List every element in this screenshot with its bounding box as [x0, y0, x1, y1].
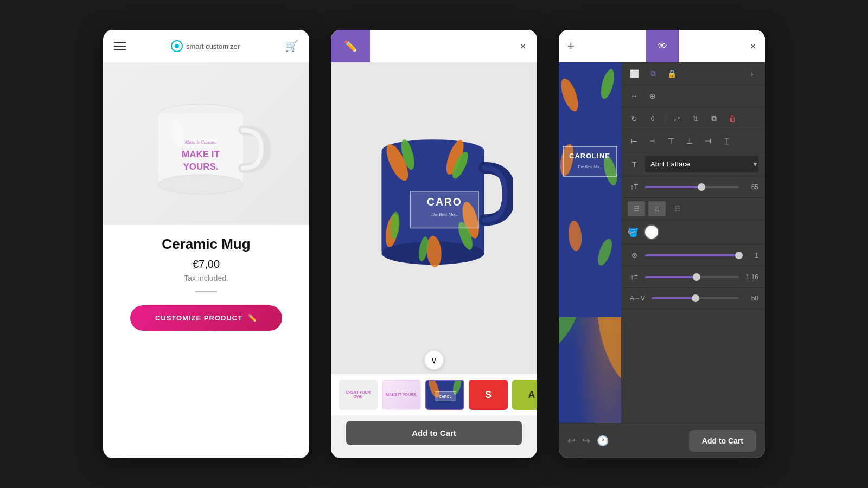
chevron-down-icon: ∨ [431, 355, 437, 365]
thumbnail-3[interactable]: CAROL [425, 380, 464, 410]
thumbnail-4[interactable]: S [469, 380, 508, 410]
scroll-down-button[interactable]: ∨ [424, 350, 444, 370]
svg-point-2 [158, 175, 243, 194]
align-top-edge[interactable]: ⊤ [665, 134, 678, 147]
flip-h-tool[interactable]: ⇄ [671, 112, 684, 125]
font-size-track[interactable] [645, 186, 739, 188]
canvas-area[interactable]: CARO The Best Mo... [331, 62, 537, 346]
line-height-thumb[interactable] [693, 273, 700, 281]
customize-btn-label: CUSTOMIZE PRODUCT [155, 314, 242, 322]
align-center-button[interactable]: ≡ [648, 201, 666, 216]
alignment-tools-row: ⊢ ⊣ ⊤ ⊥ ⊣ ⌶ [621, 130, 765, 152]
font-size-row: ↕T 65 [621, 176, 765, 198]
align-center-h[interactable]: ⊣ [646, 134, 659, 147]
customize-btn-icon: ✏️ [248, 314, 257, 322]
cart-button[interactable]: 🛒 [285, 40, 298, 53]
customizer-card: ✏️ × [331, 30, 537, 458]
opacity-track[interactable] [645, 254, 739, 256]
logo-icon [171, 40, 183, 52]
opacity-row: ⊗ 1 [621, 245, 765, 266]
letter-spacing-value: 50 [743, 294, 758, 302]
svg-text:CAROLINE: CAROLINE [569, 152, 610, 160]
product-info: Ceramic Mug €7,00 Tax included. CUSTOMIZ… [119, 225, 293, 458]
thumbnail-1[interactable]: CREAT YOUR OWN [339, 380, 378, 410]
letter-spacing-fill [652, 297, 695, 299]
menu-button[interactable] [114, 42, 126, 50]
align-bottom-edge[interactable]: ⌶ [720, 134, 733, 147]
align-left-edge[interactable]: ⊢ [628, 134, 641, 147]
thumbnail-2[interactable]: MAKE IT YOURS. [382, 380, 421, 410]
logo-text: smart customizer [186, 42, 240, 50]
letter-spacing-icon: A↔V [628, 292, 647, 304]
customize-product-button[interactable]: CUSTOMIZE PRODUCT ✏️ [130, 305, 282, 331]
line-height-value: 1.16 [743, 273, 758, 281]
fill-bucket-icon: 🪣 [628, 227, 639, 237]
add-layer-button[interactable]: + [567, 39, 575, 53]
font-size-icon: ↕T [628, 181, 641, 193]
font-size-thumb[interactable] [698, 183, 705, 191]
align-center-v[interactable]: ⊥ [683, 134, 696, 147]
line-height-icon: ↕≡ [628, 271, 641, 283]
product-name: Ceramic Mug [162, 236, 250, 253]
rotate-tool[interactable]: ↻ [628, 112, 641, 125]
line-height-track[interactable] [645, 276, 739, 278]
text-type-icon: T [628, 158, 641, 171]
add-to-cart-button-2[interactable]: Add to Cart [346, 421, 522, 445]
edit-tab[interactable]: ✏️ [331, 30, 370, 62]
opacity-value: 1 [743, 252, 758, 259]
thumb-label-5: A [528, 389, 535, 401]
add-to-cart-button-3[interactable]: Add to Cart [689, 430, 756, 452]
edit-icon: ✏️ [344, 40, 358, 53]
align-left-button[interactable]: ☰ [628, 201, 645, 216]
close-button[interactable]: × [370, 30, 537, 62]
vertical-pos-tool[interactable]: ⊕ [646, 89, 659, 102]
lock-tool[interactable]: 🔒 [665, 67, 679, 80]
delete-tool[interactable]: 🗑 [726, 112, 739, 125]
editor-panel-card: + 👁 × CAROLINE The Best [559, 30, 765, 458]
editor-close-button[interactable]: × [750, 40, 756, 53]
copy-tool[interactable]: ⧉ [707, 112, 720, 125]
price-divider [195, 291, 217, 292]
align-right-button[interactable]: ☰ [669, 201, 686, 216]
history-button[interactable]: 🕐 [597, 435, 609, 447]
svg-text:Make it Custom.: Make it Custom. [184, 139, 216, 145]
mug-svg: Make it Custom. MAKE IT YOURS. [141, 84, 271, 203]
logo: smart customizer [171, 40, 240, 52]
svg-text:MAKE IT: MAKE IT [182, 149, 220, 159]
font-family-select[interactable]: Abril Fatface [645, 156, 758, 172]
letter-spacing-row: A↔V 50 [621, 288, 765, 309]
letter-spacing-thumb[interactable] [692, 294, 699, 302]
product-image-area: Make it Custom. MAKE IT YOURS. [103, 62, 309, 225]
horizontal-pos-tool[interactable]: ↔ [628, 89, 641, 102]
product-page-card: smart customizer 🛒 Make it Custom. MAKE … [103, 30, 309, 458]
scroll-indicator-area: ∨ [331, 346, 537, 374]
thumbnail-5[interactable]: A [512, 380, 537, 410]
tool-panel: ⬜ ⧉ 🔒 › ↔ ⊕ ↻ 0 ⇄ ⇅ ⧉ 🗑 [621, 62, 765, 423]
next-arrow[interactable]: › [745, 67, 758, 80]
blue-mug-svg: CARO The Best Mo... [355, 115, 513, 294]
flip-v-tool[interactable]: ⇅ [689, 112, 702, 125]
undo-button[interactable]: ↩ [567, 435, 576, 447]
eye-icon: 👁 [658, 41, 667, 52]
layer-tool[interactable]: ⧉ [647, 67, 660, 80]
thumb-label-1: CREAT YOUR OWN [342, 390, 374, 400]
svg-text:CAROL: CAROL [439, 395, 452, 399]
preview-mug-svg: CAROLINE The Best Mo... [559, 62, 621, 317]
align-right-edge[interactable]: ⊣ [701, 134, 714, 147]
letter-spacing-track[interactable] [652, 297, 739, 299]
add-to-cart-area-2: Add to Cart [331, 415, 537, 458]
opacity-fill [645, 254, 739, 256]
thumb-label-4: S [485, 389, 492, 401]
select-tool[interactable]: ⬜ [628, 67, 641, 80]
product-price: €7,00 [193, 258, 220, 271]
opacity-thumb[interactable] [735, 252, 743, 259]
product-header: smart customizer 🛒 [103, 30, 309, 62]
thumbnails-row: CREAT YOUR OWN MAKE IT YOURS. CAROL S A … [331, 374, 537, 415]
color-swatch-white[interactable] [644, 224, 659, 240]
opacity-icon: ⊗ [628, 249, 641, 261]
redo-button[interactable]: ↪ [582, 435, 590, 447]
preview-tab[interactable]: 👁 [646, 30, 679, 62]
svg-rect-35 [563, 146, 617, 176]
svg-text:The Best Mo...: The Best Mo... [577, 165, 602, 169]
editor-content: CAROLINE The Best Mo... ⬜ ⧉ 🔒 › ↔ ⊕ ↻ [559, 62, 765, 423]
